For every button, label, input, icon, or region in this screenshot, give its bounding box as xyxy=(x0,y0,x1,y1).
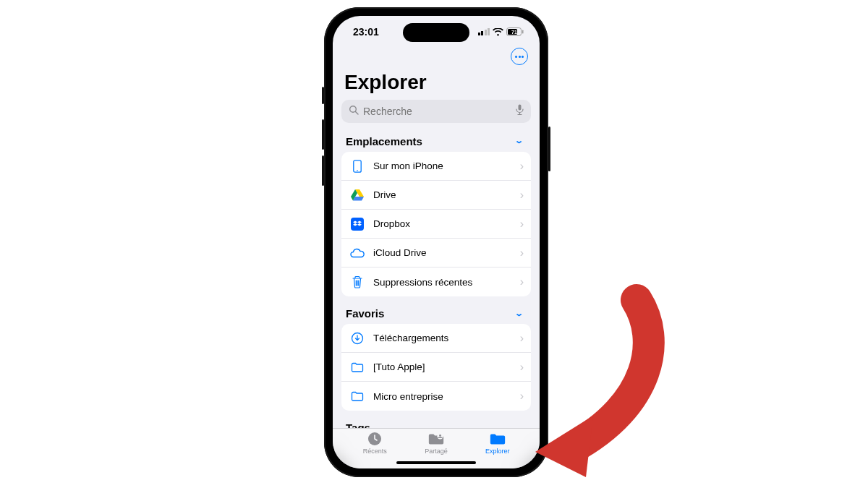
svg-point-8 xyxy=(357,170,358,171)
cellular-icon xyxy=(478,28,490,35)
location-item-iphone[interactable]: Sur mon iPhone› xyxy=(341,152,531,181)
location-item-dropbox[interactable]: Dropbox› xyxy=(341,210,531,239)
svg-rect-6 xyxy=(519,105,522,111)
section-header-locations[interactable]: Emplacements ⌄ xyxy=(333,127,540,152)
chevron-right-icon: › xyxy=(520,390,524,403)
home-indicator[interactable] xyxy=(396,461,476,464)
folder-icon xyxy=(350,360,365,374)
trash-icon xyxy=(350,275,365,289)
more-options-button[interactable] xyxy=(511,48,528,65)
chevron-right-icon: › xyxy=(520,189,524,202)
microphone-icon[interactable] xyxy=(516,104,524,119)
battery-icon: 71 xyxy=(506,27,524,36)
chevron-down-icon: ⌄ xyxy=(514,137,524,146)
clock-icon xyxy=(366,432,383,446)
dynamic-island xyxy=(403,23,469,42)
section-title: Tags xyxy=(346,421,370,429)
chevron-right-icon: › xyxy=(520,247,524,260)
phone-screen: 23:01 71 Explorer xyxy=(333,16,540,468)
svg-rect-9 xyxy=(351,218,364,231)
search-field[interactable] xyxy=(341,100,531,123)
chevron-right-icon: › xyxy=(520,332,524,345)
favorite-item-downloads[interactable]: Téléchargements› xyxy=(341,324,531,353)
dropbox-icon xyxy=(350,217,365,231)
locations-list: Sur mon iPhone› Drive› Dropbox› iCloud D… xyxy=(341,152,531,296)
location-item-drive[interactable]: Drive› xyxy=(341,181,531,210)
section-title: Favoris xyxy=(346,307,384,320)
favorite-item-micro[interactable]: Micro entreprise› xyxy=(341,382,531,411)
svg-point-13 xyxy=(439,435,441,437)
chevron-right-icon: › xyxy=(520,275,524,288)
location-item-icloud[interactable]: iCloud Drive› xyxy=(341,239,531,267)
svg-text:71: 71 xyxy=(511,30,517,35)
phone-frame: 23:01 71 Explorer xyxy=(324,7,548,477)
page-title: Explorer xyxy=(333,69,540,100)
svg-rect-2 xyxy=(522,30,524,34)
section-header-tags[interactable]: Tags ⌄ xyxy=(333,414,540,428)
chevron-down-icon: ⌄ xyxy=(514,423,524,428)
location-item-trash[interactable]: Suppressions récentes› xyxy=(341,267,531,296)
search-input[interactable] xyxy=(363,106,511,117)
status-time: 23:01 xyxy=(353,26,379,38)
chevron-right-icon: › xyxy=(520,361,524,374)
tab-explorer[interactable]: Explorer xyxy=(467,432,528,468)
section-header-favorites[interactable]: Favoris ⌄ xyxy=(333,299,540,324)
iphone-icon xyxy=(350,159,365,174)
favorites-list: Téléchargements› [Tuto Apple]› Micro ent… xyxy=(341,324,531,411)
chevron-right-icon: › xyxy=(520,160,524,173)
shared-folder-icon xyxy=(427,432,445,446)
svg-line-5 xyxy=(356,112,359,115)
google-drive-icon xyxy=(350,188,365,202)
wifi-icon xyxy=(493,28,503,36)
chevron-right-icon: › xyxy=(520,218,524,231)
chevron-down-icon: ⌄ xyxy=(514,309,524,318)
download-icon xyxy=(350,331,365,346)
favorite-item-tuto[interactable]: [Tuto Apple]› xyxy=(341,353,531,382)
section-title: Emplacements xyxy=(346,135,422,147)
folder-icon xyxy=(489,432,506,446)
icloud-icon xyxy=(350,246,365,260)
search-icon xyxy=(349,105,359,118)
folder-icon xyxy=(350,389,365,403)
